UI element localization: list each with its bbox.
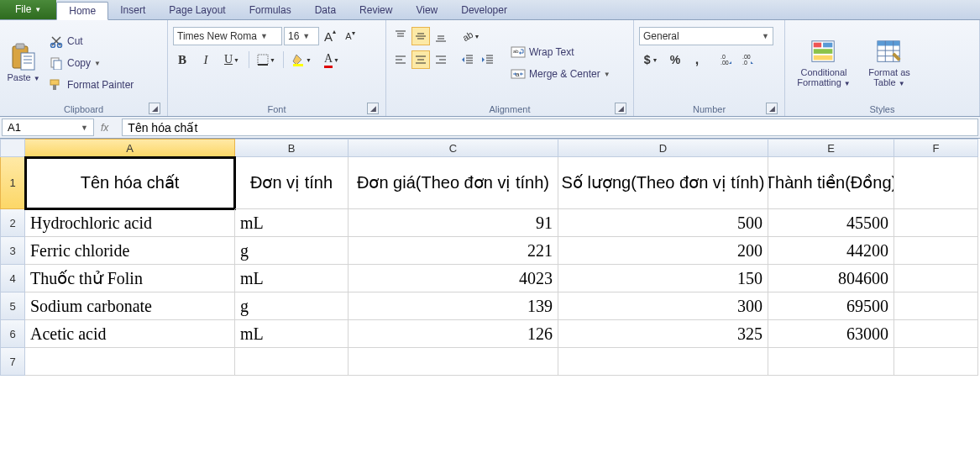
cell-F3[interactable] [894, 237, 978, 265]
cell-B5[interactable]: g [235, 292, 349, 320]
cell-A3[interactable]: Ferric chloride [25, 237, 235, 265]
bold-button[interactable]: B [173, 50, 191, 69]
cell-B6[interactable]: mL [235, 320, 349, 348]
column-header-B[interactable]: B [235, 139, 349, 157]
format-as-table-button[interactable]: Format as Table ▼ [861, 24, 918, 103]
percent-format-button[interactable]: % [666, 50, 684, 69]
tab-formulas[interactable]: Formulas [238, 1, 303, 19]
border-button[interactable]: ▼ [254, 50, 278, 69]
row-header-2[interactable]: 2 [0, 209, 25, 237]
cell-D1[interactable]: Số lượng(Theo đơn vị tính) [558, 157, 768, 209]
number-format-combo[interactable]: General▼ [639, 27, 773, 45]
align-bottom-button[interactable] [432, 27, 450, 45]
cell-E3[interactable]: 44200 [768, 237, 894, 265]
cell-E7[interactable] [768, 348, 894, 376]
tab-view[interactable]: View [404, 1, 449, 19]
increase-indent-button[interactable] [479, 50, 497, 69]
accounting-format-button[interactable]: $▼ [639, 50, 663, 69]
merge-center-button[interactable]: a Merge & Center ▼ [507, 66, 614, 82]
cell-B7[interactable] [235, 348, 349, 376]
format-painter-button[interactable]: Format Painter [45, 76, 137, 93]
cell-C4[interactable]: 4023 [349, 265, 558, 292]
cells-area[interactable]: Tên hóa chấtĐơn vị tínhĐơn giá(Theo đơn … [25, 157, 978, 469]
italic-button[interactable]: I [197, 50, 215, 69]
cell-A5[interactable]: Sodium carbonate [25, 292, 235, 320]
column-header-C[interactable]: C [349, 139, 558, 157]
increase-decimal-button[interactable]: .0.00 [718, 50, 736, 69]
tab-review[interactable]: Review [348, 1, 404, 19]
cell-B2[interactable]: mL [235, 209, 349, 237]
row-header-6[interactable]: 6 [0, 320, 25, 348]
cell-B3[interactable]: g [235, 237, 349, 265]
row-header-7[interactable]: 7 [0, 348, 25, 376]
tab-developer[interactable]: Developer [449, 1, 519, 19]
cell-C3[interactable]: 221 [349, 237, 558, 265]
column-header-D[interactable]: D [558, 139, 768, 157]
row-header-1[interactable]: 1 [0, 157, 25, 209]
fill-color-button[interactable]: ▼ [289, 50, 314, 69]
cell-D4[interactable]: 150 [558, 265, 768, 292]
row-header-3[interactable]: 3 [0, 237, 25, 265]
cell-A4[interactable]: Thuốc thử Folin [25, 265, 235, 292]
cell-C5[interactable]: 139 [349, 292, 558, 320]
paste-button[interactable]: Paste ▼ [5, 24, 42, 103]
formula-input[interactable]: Tên hóa chất [122, 119, 978, 136]
wrap-text-button[interactable]: ab Wrap Text [507, 44, 614, 61]
align-right-button[interactable] [432, 50, 450, 69]
font-dialog-launcher[interactable]: ◢ [367, 103, 379, 114]
clipboard-dialog-launcher[interactable]: ◢ [149, 103, 160, 114]
cell-F7[interactable] [894, 348, 978, 376]
cell-B4[interactable]: mL [235, 265, 349, 292]
column-header-F[interactable]: F [894, 139, 978, 157]
decrease-font-button[interactable]: A▾ [341, 27, 359, 45]
increase-font-button[interactable]: A▴ [321, 27, 339, 45]
cell-F1[interactable] [894, 157, 978, 209]
tab-file[interactable]: File ▼ [0, 0, 56, 19]
number-dialog-launcher[interactable]: ◢ [766, 103, 778, 114]
fx-icon[interactable]: fx [101, 122, 108, 134]
cell-A2[interactable]: Hydrochloric acid [25, 209, 235, 237]
font-name-combo[interactable]: Times New Roma▼ [173, 27, 282, 45]
cell-A7[interactable] [25, 348, 235, 376]
row-header-4[interactable]: 4 [0, 265, 25, 292]
cell-F5[interactable] [894, 292, 978, 320]
alignment-dialog-launcher[interactable]: ◢ [615, 103, 626, 114]
tab-page-layout[interactable]: Page Layout [157, 1, 237, 19]
decrease-indent-button[interactable] [459, 50, 477, 69]
cell-D3[interactable]: 200 [558, 237, 768, 265]
cut-button[interactable]: Cut [45, 33, 137, 50]
tab-insert[interactable]: Insert [108, 1, 157, 19]
cell-C1[interactable]: Đơn giá(Theo đơn vị tính) [349, 157, 558, 209]
cell-C2[interactable]: 91 [349, 209, 558, 237]
comma-format-button[interactable]: , [688, 50, 706, 69]
cell-F4[interactable] [894, 265, 978, 292]
decrease-decimal-button[interactable]: .00.0 [740, 50, 758, 69]
align-top-button[interactable] [391, 27, 410, 45]
row-header-5[interactable]: 5 [0, 292, 25, 320]
align-middle-button[interactable] [411, 27, 430, 45]
cell-A1[interactable]: Tên hóa chất [25, 157, 235, 209]
cell-E6[interactable]: 63000 [768, 320, 894, 348]
cell-D6[interactable]: 325 [558, 320, 768, 348]
font-color-button[interactable]: A▼ [319, 50, 344, 69]
cell-B1[interactable]: Đơn vị tính [235, 157, 349, 209]
cell-E5[interactable]: 69500 [768, 292, 894, 320]
cell-E4[interactable]: 804600 [768, 265, 894, 292]
cell-D5[interactable]: 300 [558, 292, 768, 320]
align-center-button[interactable] [411, 50, 430, 69]
cell-E2[interactable]: 45500 [768, 209, 894, 237]
tab-home[interactable]: Home [56, 2, 108, 20]
column-header-E[interactable]: E [768, 139, 894, 157]
name-box[interactable]: A1 ▼ [2, 119, 94, 136]
cell-E1[interactable]: Thành tiền(Đồng) [768, 157, 894, 209]
cell-D7[interactable] [558, 348, 768, 376]
conditional-formatting-button[interactable]: Conditional Formatting ▼ [790, 24, 857, 103]
cell-F6[interactable] [894, 320, 978, 348]
cell-C6[interactable]: 126 [349, 320, 558, 348]
cell-A6[interactable]: Acetic acid [25, 320, 235, 348]
cell-C7[interactable] [349, 348, 558, 376]
cell-F2[interactable] [894, 209, 978, 237]
select-all-corner[interactable] [0, 139, 25, 157]
orientation-button[interactable]: ab▼ [459, 27, 482, 45]
column-header-A[interactable]: A [25, 139, 235, 157]
